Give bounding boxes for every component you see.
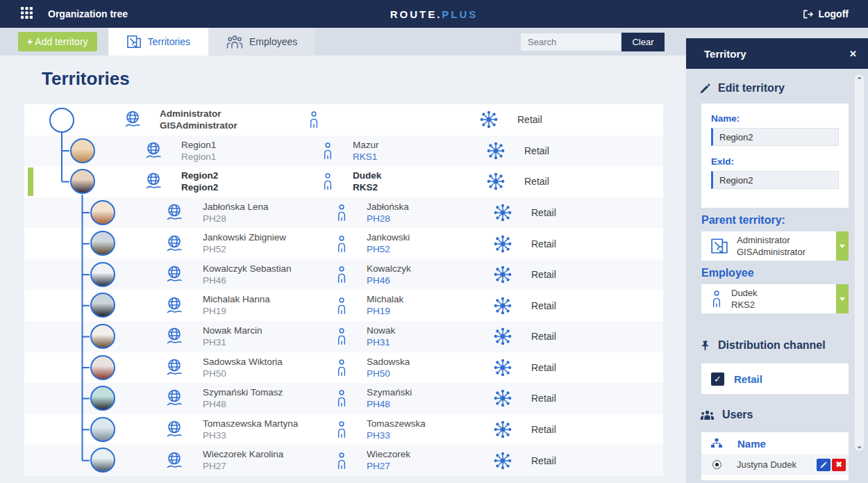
users-group-icon [700, 410, 715, 420]
territory-code: PH48 [203, 398, 283, 410]
tree-row[interactable]: Tomaszewska MartynaPH33 TomaszewskaPH33 … [24, 414, 663, 445]
employee-name: Jankowski [367, 231, 410, 243]
employee-person-icon [335, 390, 348, 407]
tree-row[interactable]: Szymański TomaszPH48 SzymańskiPH48 Retai… [24, 383, 663, 414]
employee-person-icon [335, 204, 348, 222]
tree-row[interactable]: Region2Region2 DudekRKS2 Retail [24, 166, 663, 197]
territory-globe-icon [165, 265, 184, 284]
avatar [90, 417, 115, 442]
tree-row[interactable]: Nowak MarcinPH31 NowakPH31 Retail [24, 321, 663, 352]
user-radio[interactable] [712, 460, 721, 469]
territory-code: PH33 [203, 429, 298, 441]
tree-row[interactable]: Wieczorek KarolinaPH27 WieczorekPH27 Ret… [24, 445, 663, 476]
territory-code: PH19 [203, 305, 270, 317]
add-territory-button[interactable]: + Add territory [18, 32, 97, 51]
user-row[interactable]: Justyna Dudek ✖ [701, 455, 849, 475]
users-section-header: Users [686, 409, 868, 421]
territory-name: Szymański Tomasz [203, 386, 283, 398]
panel-header: Territory ✕ [686, 38, 868, 69]
territory-name: Jankowski Zbigniew [203, 231, 286, 243]
clear-button[interactable]: Clear [621, 33, 665, 51]
territory-globe-icon [165, 451, 184, 470]
employee-person-icon [335, 421, 348, 439]
distribution-channel-icon [487, 142, 505, 160]
parent-territory-select[interactable]: AdministratorGISAdministrator [701, 231, 849, 261]
chevron-down-icon[interactable] [836, 231, 849, 261]
territory-name: Tomaszewska Martyna [203, 418, 298, 429]
employee-code: PH52 [367, 243, 410, 255]
distribution-channel-section-header: Distribution channel [686, 339, 868, 352]
apps-grid-icon[interactable] [21, 7, 33, 22]
tab-employees[interactable]: Employees [208, 28, 315, 56]
tree-row[interactable]: Kowalczyk SebastianPH46 KowalczykPH46 Re… [24, 259, 663, 290]
territory-code: PH28 [203, 213, 269, 224]
employee-person-icon [322, 173, 334, 190]
name-field[interactable] [711, 128, 839, 146]
employee-code: PH31 [367, 336, 395, 348]
channel-label: Retail [524, 176, 549, 187]
map-icon [710, 238, 728, 254]
territory-globe-icon [165, 296, 184, 316]
employee-code: PH48 [367, 398, 412, 410]
search-input[interactable] [520, 33, 621, 51]
pushpin-icon [700, 340, 710, 351]
employee-code: PH50 [367, 368, 410, 379]
distribution-channel-icon [480, 110, 498, 129]
x-icon: ✖ [835, 460, 842, 469]
delete-user-button[interactable]: ✖ [832, 459, 846, 471]
distribution-channel-icon [494, 204, 512, 222]
employee-value-name: Dudek [731, 287, 758, 299]
employee-select[interactable]: DudekRKS2 [701, 284, 849, 313]
retail-checkbox[interactable]: ✓ [711, 373, 724, 386]
employee-code: RKS1 [353, 151, 379, 163]
employee-code: PH46 [367, 275, 411, 286]
territory-name: Kowalczyk Sebastian [203, 263, 292, 275]
employee-person-icon [335, 328, 348, 345]
tree-row[interactable]: Michalak HannaPH19 MichalakPH19 Retail [24, 290, 663, 321]
tab-employees-label: Employees [249, 36, 297, 47]
employee-person-icon [335, 359, 348, 376]
territory-globe-icon [165, 358, 184, 377]
tree-row[interactable]: Region1Region1 MazurRKS1 Retail [24, 136, 663, 167]
territory-globe-icon [165, 203, 184, 222]
panel-scrollbar[interactable]: ⌃ ⌄ [855, 74, 864, 451]
tree-row[interactable]: Sadowska WiktoriaPH50 SadowskaPH50 Retai… [24, 352, 663, 384]
employee-person-icon [322, 142, 334, 159]
channel-label: Retail [531, 331, 556, 342]
territory-globe-icon [123, 110, 142, 129]
toolbar: + Add territory Territories Employees Cl… [0, 28, 686, 56]
employee-person-icon [335, 235, 348, 252]
users-name-header: Name [737, 438, 766, 450]
employee-person-icon [335, 297, 348, 314]
people-icon [226, 35, 243, 49]
employee-person-icon [308, 111, 320, 129]
logoff-label: Logoff [818, 8, 849, 19]
tree-rows: AdministratorGISAdministrator Retail Reg… [24, 104, 663, 476]
page-title: Territories [42, 68, 686, 90]
distribution-channel-icon [487, 172, 505, 190]
app-title: Organization tree [48, 8, 128, 19]
tab-territories[interactable]: Territories [108, 28, 208, 56]
pencil-icon [700, 83, 710, 94]
territory-name: Region2 [181, 170, 218, 181]
employee-name: Wieczorek [367, 448, 410, 460]
scroll-down-icon[interactable]: ⌄ [856, 442, 862, 449]
parent-territory-value-name: Administrator [737, 234, 806, 246]
scroll-up-icon[interactable]: ⌃ [856, 76, 862, 83]
employee-name: Nowak [367, 325, 395, 336]
territory-code: PH31 [203, 336, 262, 348]
tree-row[interactable]: Jabłońska LenaPH28 JabłońskaPH28 Retail [24, 197, 663, 229]
close-icon[interactable]: ✕ [849, 49, 857, 59]
exid-field[interactable] [711, 171, 839, 189]
channel-label: Retail [531, 300, 556, 311]
avatar [90, 324, 115, 349]
logoff-button[interactable]: Logoff [803, 8, 849, 19]
territory-name: Sadowska Wiktoria [203, 356, 283, 368]
tree-row[interactable]: Jankowski ZbigniewPH52 JankowskiPH52 Ret… [24, 228, 663, 259]
tree-row[interactable]: AdministratorGISAdministrator Retail [24, 104, 663, 136]
chevron-down-icon[interactable] [836, 284, 849, 313]
employee-value-code: RKS2 [731, 299, 758, 311]
parent-territory-value-code: GISAdministrator [737, 246, 806, 258]
edit-user-button[interactable] [817, 459, 831, 471]
territory-globe-icon [144, 172, 163, 191]
